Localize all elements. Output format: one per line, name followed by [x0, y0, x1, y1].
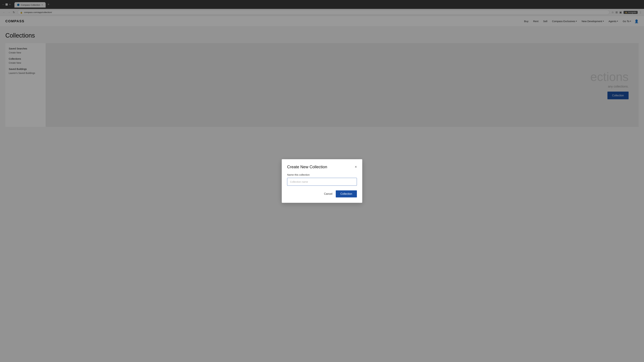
create-collection-modal: Create New Collection × Name this collec… — [282, 159, 362, 203]
cancel-button[interactable]: Cancel — [324, 192, 332, 195]
modal-title: Create New Collection — [287, 165, 327, 169]
collection-name-input[interactable] — [287, 178, 357, 186]
modal-header: Create New Collection × — [287, 165, 357, 169]
modal-overlay[interactable]: Create New Collection × Name this collec… — [0, 0, 644, 362]
modal-actions: Cancel Collection — [287, 190, 357, 197]
modal-close-button[interactable]: × — [355, 165, 357, 169]
modal-field-label: Name this collection — [287, 173, 357, 176]
create-collection-button[interactable]: Collection — [336, 190, 357, 197]
